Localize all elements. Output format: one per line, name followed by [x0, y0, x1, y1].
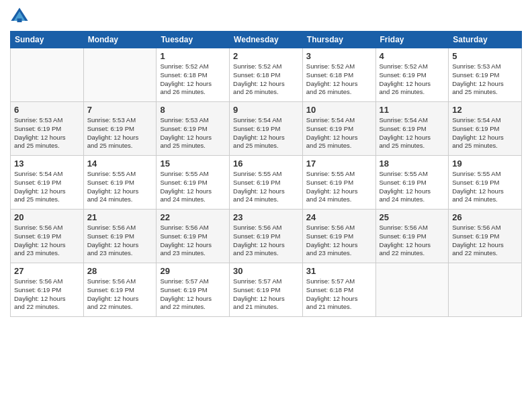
day-number: 23 — [233, 212, 299, 222]
day-number: 5 — [452, 51, 518, 61]
day-number: 28 — [87, 266, 153, 276]
week-row-1: 1Sunrise: 5:52 AM Sunset: 6:18 PM Daylig… — [11, 48, 522, 102]
day-info: Sunrise: 5:52 AM Sunset: 6:19 PM Dayligh… — [380, 62, 445, 97]
day-number: 4 — [380, 51, 445, 61]
calendar-table: SundayMondayTuesdayWednesdayThursdayFrid… — [10, 31, 522, 317]
day-info: Sunrise: 5:55 AM Sunset: 6:19 PM Dayligh… — [160, 170, 226, 204]
calendar-cell: 1Sunrise: 5:52 AM Sunset: 6:18 PM Daylig… — [157, 48, 230, 102]
day-info: Sunrise: 5:55 AM Sunset: 6:19 PM Dayligh… — [306, 170, 372, 204]
day-number: 22 — [160, 212, 226, 222]
week-row-5: 27Sunrise: 5:56 AM Sunset: 6:19 PM Dayli… — [11, 263, 522, 317]
day-info: Sunrise: 5:56 AM Sunset: 6:19 PM Dayligh… — [87, 277, 153, 312]
day-info: Sunrise: 5:56 AM Sunset: 6:19 PM Dayligh… — [233, 224, 299, 258]
day-number: 17 — [306, 158, 372, 169]
day-info: Sunrise: 5:57 AM Sunset: 6:19 PM Dayligh… — [233, 277, 299, 312]
day-info: Sunrise: 5:56 AM Sunset: 6:19 PM Dayligh… — [380, 224, 445, 258]
day-info: Sunrise: 5:54 AM Sunset: 6:19 PM Dayligh… — [380, 116, 445, 150]
day-number: 27 — [14, 266, 80, 276]
day-info: Sunrise: 5:56 AM Sunset: 6:19 PM Dayligh… — [452, 224, 518, 258]
day-header-thursday: Thursday — [302, 32, 375, 48]
calendar-cell: 9Sunrise: 5:54 AM Sunset: 6:19 PM Daylig… — [230, 102, 303, 156]
calendar-cell: 21Sunrise: 5:56 AM Sunset: 6:19 PM Dayli… — [83, 210, 157, 263]
day-number: 25 — [380, 212, 445, 222]
day-info: Sunrise: 5:54 AM Sunset: 6:19 PM Dayligh… — [14, 170, 80, 204]
calendar-cell: 4Sunrise: 5:52 AM Sunset: 6:19 PM Daylig… — [375, 48, 449, 102]
day-number: 16 — [233, 158, 299, 169]
calendar-cell: 12Sunrise: 5:54 AM Sunset: 6:19 PM Dayli… — [449, 102, 522, 156]
calendar-cell: 14Sunrise: 5:55 AM Sunset: 6:19 PM Dayli… — [83, 156, 157, 210]
logo — [10, 7, 32, 26]
calendar-cell: 26Sunrise: 5:56 AM Sunset: 6:19 PM Dayli… — [449, 210, 522, 263]
logo-icon — [10, 7, 29, 26]
day-number: 31 — [306, 266, 372, 276]
day-info: Sunrise: 5:56 AM Sunset: 6:19 PM Dayligh… — [160, 224, 226, 258]
day-info: Sunrise: 5:55 AM Sunset: 6:19 PM Dayligh… — [380, 170, 445, 204]
calendar-cell: 24Sunrise: 5:56 AM Sunset: 6:19 PM Dayli… — [302, 210, 375, 263]
week-row-2: 6Sunrise: 5:53 AM Sunset: 6:19 PM Daylig… — [11, 102, 522, 156]
day-header-monday: Monday — [83, 32, 157, 48]
day-number: 2 — [233, 51, 299, 61]
calendar-cell: 13Sunrise: 5:54 AM Sunset: 6:19 PM Dayli… — [11, 156, 84, 210]
day-number: 12 — [452, 105, 518, 115]
calendar-cell: 31Sunrise: 5:57 AM Sunset: 6:18 PM Dayli… — [302, 263, 375, 317]
day-header-saturday: Saturday — [449, 32, 522, 48]
day-number: 6 — [14, 105, 80, 115]
days-header-row: SundayMondayTuesdayWednesdayThursdayFrid… — [11, 32, 522, 48]
calendar-cell: 25Sunrise: 5:56 AM Sunset: 6:19 PM Dayli… — [375, 210, 449, 263]
day-number: 30 — [233, 266, 299, 276]
day-info: Sunrise: 5:55 AM Sunset: 6:19 PM Dayligh… — [452, 170, 518, 204]
calendar-cell — [83, 48, 157, 102]
day-number: 18 — [380, 158, 445, 169]
day-number: 20 — [14, 212, 80, 222]
day-info: Sunrise: 5:52 AM Sunset: 6:18 PM Dayligh… — [160, 62, 226, 97]
week-row-3: 13Sunrise: 5:54 AM Sunset: 6:19 PM Dayli… — [11, 156, 522, 210]
calendar-cell: 30Sunrise: 5:57 AM Sunset: 6:19 PM Dayli… — [230, 263, 303, 317]
day-info: Sunrise: 5:53 AM Sunset: 6:19 PM Dayligh… — [452, 62, 518, 97]
header — [10, 7, 522, 26]
page: SundayMondayTuesdayWednesdayThursdayFrid… — [0, 0, 532, 411]
day-info: Sunrise: 5:53 AM Sunset: 6:19 PM Dayligh… — [87, 116, 153, 150]
day-info: Sunrise: 5:54 AM Sunset: 6:19 PM Dayligh… — [233, 116, 299, 150]
calendar-cell: 29Sunrise: 5:57 AM Sunset: 6:19 PM Dayli… — [157, 263, 230, 317]
day-header-tuesday: Tuesday — [157, 32, 230, 48]
calendar-cell: 20Sunrise: 5:56 AM Sunset: 6:19 PM Dayli… — [11, 210, 84, 263]
calendar-cell: 22Sunrise: 5:56 AM Sunset: 6:19 PM Dayli… — [157, 210, 230, 263]
day-info: Sunrise: 5:54 AM Sunset: 6:19 PM Dayligh… — [452, 116, 518, 150]
day-number: 29 — [160, 266, 226, 276]
calendar-cell: 6Sunrise: 5:53 AM Sunset: 6:19 PM Daylig… — [11, 102, 84, 156]
day-info: Sunrise: 5:57 AM Sunset: 6:19 PM Dayligh… — [160, 277, 226, 312]
calendar-cell — [11, 48, 84, 102]
calendar-cell: 19Sunrise: 5:55 AM Sunset: 6:19 PM Dayli… — [449, 156, 522, 210]
calendar-cell: 17Sunrise: 5:55 AM Sunset: 6:19 PM Dayli… — [302, 156, 375, 210]
calendar-cell: 15Sunrise: 5:55 AM Sunset: 6:19 PM Dayli… — [157, 156, 230, 210]
svg-rect-2 — [17, 19, 22, 23]
day-number: 26 — [452, 212, 518, 222]
calendar-cell: 10Sunrise: 5:54 AM Sunset: 6:19 PM Dayli… — [302, 102, 375, 156]
day-info: Sunrise: 5:56 AM Sunset: 6:19 PM Dayligh… — [87, 224, 153, 258]
calendar-cell: 8Sunrise: 5:53 AM Sunset: 6:19 PM Daylig… — [157, 102, 230, 156]
day-info: Sunrise: 5:54 AM Sunset: 6:19 PM Dayligh… — [306, 116, 372, 150]
day-number: 9 — [233, 105, 299, 115]
day-header-friday: Friday — [375, 32, 449, 48]
day-number: 7 — [87, 105, 153, 115]
day-info: Sunrise: 5:55 AM Sunset: 6:19 PM Dayligh… — [233, 170, 299, 204]
day-number: 8 — [160, 105, 226, 115]
day-number: 21 — [87, 212, 153, 222]
day-number: 14 — [87, 158, 153, 169]
day-info: Sunrise: 5:56 AM Sunset: 6:19 PM Dayligh… — [14, 277, 80, 312]
day-number: 15 — [160, 158, 226, 169]
day-number: 24 — [306, 212, 372, 222]
day-number: 11 — [380, 105, 445, 115]
calendar-cell: 7Sunrise: 5:53 AM Sunset: 6:19 PM Daylig… — [83, 102, 157, 156]
day-header-wednesday: Wednesday — [230, 32, 303, 48]
day-number: 19 — [452, 158, 518, 169]
calendar-cell: 5Sunrise: 5:53 AM Sunset: 6:19 PM Daylig… — [449, 48, 522, 102]
day-info: Sunrise: 5:53 AM Sunset: 6:19 PM Dayligh… — [160, 116, 226, 150]
day-header-sunday: Sunday — [11, 32, 84, 48]
calendar-cell — [449, 263, 522, 317]
day-number: 10 — [306, 105, 372, 115]
calendar-cell — [375, 263, 449, 317]
day-info: Sunrise: 5:52 AM Sunset: 6:18 PM Dayligh… — [233, 62, 299, 97]
calendar-cell: 3Sunrise: 5:52 AM Sunset: 6:18 PM Daylig… — [302, 48, 375, 102]
calendar-cell: 2Sunrise: 5:52 AM Sunset: 6:18 PM Daylig… — [230, 48, 303, 102]
